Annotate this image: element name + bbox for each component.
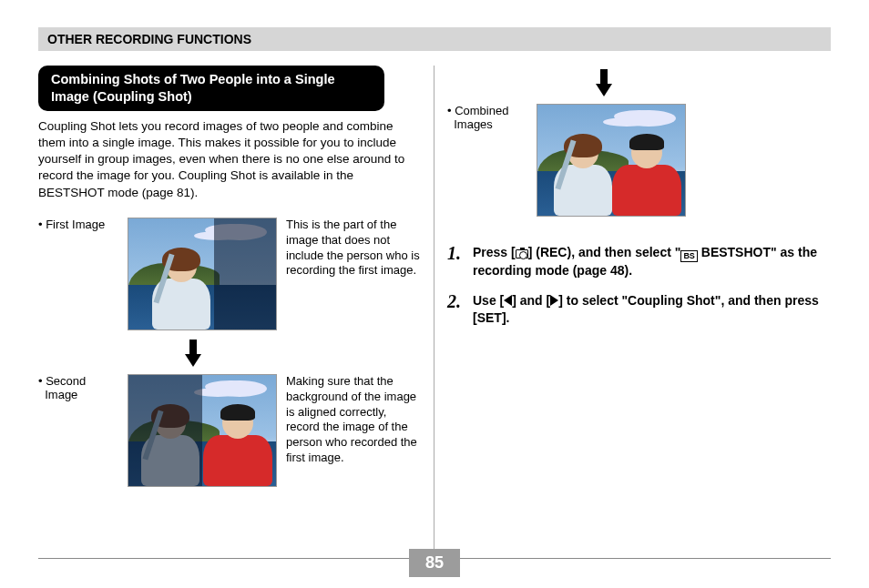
arrow-down-icon (175, 354, 211, 367)
second-image-row: • Second Image Making sure that the back… (38, 374, 421, 487)
second-image-photo (128, 374, 277, 487)
step-1-text: Press [] (REC), and then select "BS BEST… (473, 244, 831, 279)
step-2-number: 2. (447, 292, 465, 327)
page-number: 85 (409, 549, 460, 577)
camera-icon (516, 249, 528, 259)
section-header: OTHER RECORDING FUNCTIONS (38, 27, 831, 51)
arrow-down-icon (586, 84, 622, 96)
first-image-photo (128, 218, 277, 330)
first-image-caption: This is the part of the image that does … (286, 218, 421, 279)
combined-image-label: • Combined Images (447, 104, 527, 131)
bs-icon: BS (680, 250, 698, 262)
intro-paragraph: Coupling Shot lets you record images of … (38, 118, 421, 201)
left-column: Combining Shots of Two People into a Sin… (38, 66, 434, 557)
right-column: • Combined Images 1. Press [] (REC), and… (434, 66, 831, 557)
step-1-number: 1. (447, 244, 465, 279)
step-2-text: Use [] and [] to select "Coupling Shot",… (473, 292, 831, 327)
step-2: 2. Use [] and [] to select "Coupling Sho… (447, 292, 831, 327)
right-triangle-icon (550, 295, 558, 306)
step-1: 1. Press [] (REC), and then select "BS B… (447, 244, 831, 279)
left-triangle-icon (504, 295, 512, 306)
combined-image-row: • Combined Images (447, 104, 831, 217)
topic-heading: Combining Shots of Two People into a Sin… (38, 66, 384, 111)
first-image-label: • First Image (38, 218, 118, 231)
second-image-caption: Making sure that the background of the i… (286, 374, 421, 466)
combined-image-photo (537, 104, 686, 217)
first-image-row: • First Image This is the part of the im… (38, 218, 421, 330)
page-number-wrap: 85 (0, 549, 869, 577)
second-image-label: • Second Image (38, 374, 118, 401)
two-column-layout: Combining Shots of Two People into a Sin… (38, 66, 831, 557)
